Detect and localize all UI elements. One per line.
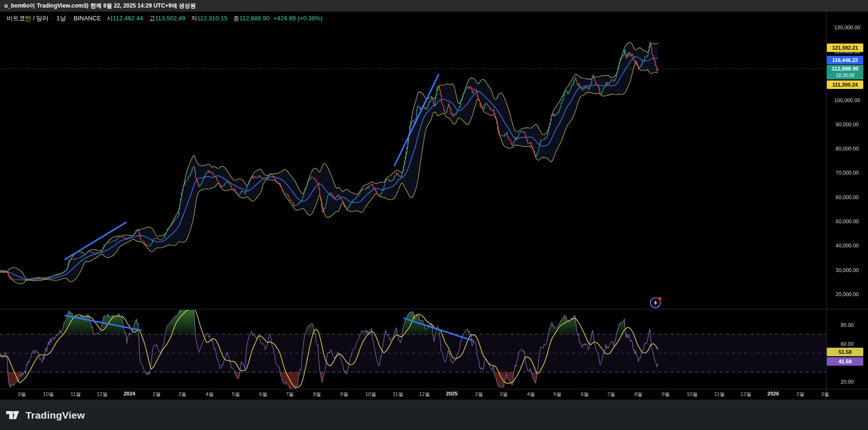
bollinger-fill <box>0 42 658 284</box>
price-axis-label: 80,000.00 <box>826 145 868 152</box>
price-axis-label: 130,000.00 <box>826 24 868 31</box>
bb-band-upper-badge: 121,592.21 <box>827 44 863 52</box>
last-price-value: 112,888.90 <box>827 65 863 72</box>
candle-wicks-down <box>1 42 657 281</box>
time-axis-month-label: 3월 <box>500 391 508 398</box>
bb-band-lower-badge: 111,300.24 <box>827 80 863 89</box>
bollinger-basis-line <box>0 57 658 280</box>
time-axis-month-label: 4월 <box>206 391 214 398</box>
price-axis-label: 50,000.00 <box>826 218 868 225</box>
time-axis-month-label: 5월 <box>232 391 240 398</box>
bb-basis-badge: 116,446.22 <box>827 56 863 64</box>
time-axis-month-label: 2월 <box>153 391 161 398</box>
time-axis-month-label: 8월 <box>634 391 642 398</box>
rsi-pane[interactable] <box>0 307 826 392</box>
symbol-title[interactable]: 비트코인 / 달러 <box>7 15 49 22</box>
time-axis-month-label: 3월 <box>178 391 186 398</box>
last-price-badge: 112,888.9018:30:08 <box>827 65 863 79</box>
low-value: 112,310.15 <box>197 15 228 22</box>
snapshot-attribution-text: u_bom6o이 TradingView.com와 함께 8월 22, 2025… <box>4 0 196 12</box>
close-value: 112,888.90 <box>239 15 270 22</box>
time-axis-month-label: 11월 <box>393 391 403 398</box>
change-value: +424.89 (+0.38%) <box>273 15 323 22</box>
open-label: 시 <box>107 15 113 22</box>
price-pane[interactable] <box>0 41 826 284</box>
footer-bar: TradingView <box>0 400 868 430</box>
time-axis-year-label: 2024 <box>123 391 135 396</box>
tradingview-logo-text: TradingView <box>26 410 85 421</box>
candle-wicks-up <box>3 41 658 281</box>
candle-bodies-down <box>1 42 657 281</box>
time-axis-year-label: 2025 <box>446 391 457 396</box>
price-axis-label: 60,000.00 <box>826 194 868 201</box>
close-label: 종 <box>233 15 239 22</box>
time-axis-month-label: 6월 <box>259 391 267 398</box>
time-axis-year-label: 2026 <box>767 391 779 396</box>
time-axis-month-label: 12월 <box>96 391 107 398</box>
rsi-axis-label: 20.00 <box>826 378 868 385</box>
time-axis-month-label: 3월 <box>821 391 829 398</box>
legend-separator: · <box>52 15 53 22</box>
time-axis-month-label: 7월 <box>607 391 615 398</box>
time-axis-month-label: 9월 <box>18 391 26 398</box>
time-axis-month-label: 9월 <box>340 391 348 398</box>
time-axis-month-label: 7월 <box>286 391 294 398</box>
candle-bodies-up <box>3 42 658 281</box>
price-axis-label: 20,000.00 <box>826 291 868 298</box>
tradingview-logo-icon <box>6 411 20 419</box>
low-label: 저 <box>191 15 197 22</box>
price-axis-label: 70,000.00 <box>826 169 868 176</box>
flash-icon <box>649 295 664 310</box>
rsi-value-badge: 41.58 <box>827 357 863 366</box>
exchange-label: BINANCE <box>74 15 101 22</box>
chart-canvas[interactable] <box>0 0 868 430</box>
symbol-legend: 비트코인 / 달러·1날·BINANCE시112,462.44고113,502.… <box>7 14 323 22</box>
flash-alert-button[interactable] <box>649 295 664 310</box>
time-axis-month-label: 12월 <box>740 391 751 398</box>
time-axis-month-label: 12월 <box>419 391 430 398</box>
time-axis-month-label: 10월 <box>365 391 376 398</box>
top-banner: u_bom6o이 TradingView.com와 함께 8월 22, 2025… <box>0 0 868 12</box>
time-axis-month-label: 10월 <box>687 391 698 398</box>
rsi-axis-label: 80.00 <box>826 322 868 328</box>
high-value: 113,502.49 <box>155 15 185 22</box>
time-axis-month-label: 9월 <box>662 391 670 398</box>
bollinger-upper-line <box>0 42 658 279</box>
bar-close-countdown: 18:30:08 <box>827 72 863 79</box>
tradingview-snapshot: u_bom6o이 TradingView.com와 함께 8월 22, 2025… <box>0 0 868 430</box>
price-axis-label: 100,000.00 <box>826 97 868 104</box>
high-label: 고 <box>149 15 155 22</box>
time-axis-month-label: 8월 <box>313 391 321 398</box>
rsi-overbought-fill <box>59 307 650 334</box>
time-axis-month-label: 11월 <box>714 391 725 398</box>
time-axis-month-label: 6월 <box>581 391 589 398</box>
tradingview-logo[interactable]: TradingView <box>6 410 85 421</box>
rsi-axis-label: 60.00 <box>826 341 868 347</box>
legend-separator: · <box>69 15 70 22</box>
time-axis-month-label: 2월 <box>797 391 805 398</box>
interval-label[interactable]: 1날 <box>56 15 66 22</box>
open-value: 112,462.44 <box>113 15 143 22</box>
rsi-ma-value-badge: 51.58 <box>827 348 863 356</box>
price-axis-label: 40,000.00 <box>826 242 868 249</box>
time-axis-month-label: 2월 <box>475 391 483 398</box>
price-axis-label: 90,000.00 <box>826 121 868 128</box>
time-axis-month-label: 11월 <box>70 391 81 398</box>
time-axis-month-label: 4월 <box>527 391 535 398</box>
time-axis-month-label: 5월 <box>553 391 561 398</box>
time-axis-month-label: 10월 <box>43 391 54 398</box>
price-axis-label: 30,000.00 <box>826 267 868 273</box>
